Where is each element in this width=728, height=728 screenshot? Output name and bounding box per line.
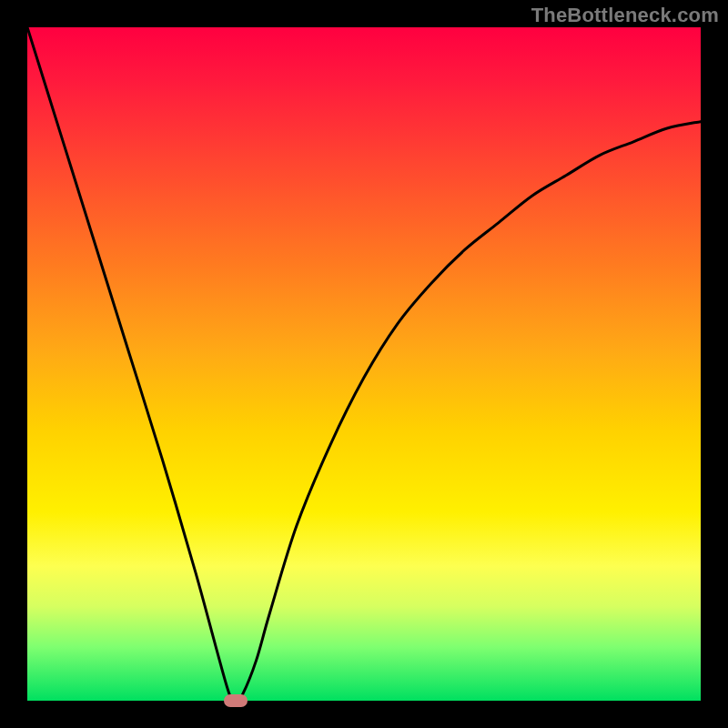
- plot-area: [27, 27, 701, 701]
- chart-stage: TheBottleneck.com: [0, 0, 728, 728]
- watermark-text: TheBottleneck.com: [531, 4, 719, 27]
- optimum-marker: [224, 694, 248, 707]
- bottleneck-curve: [27, 27, 701, 701]
- curve-svg: [27, 27, 701, 701]
